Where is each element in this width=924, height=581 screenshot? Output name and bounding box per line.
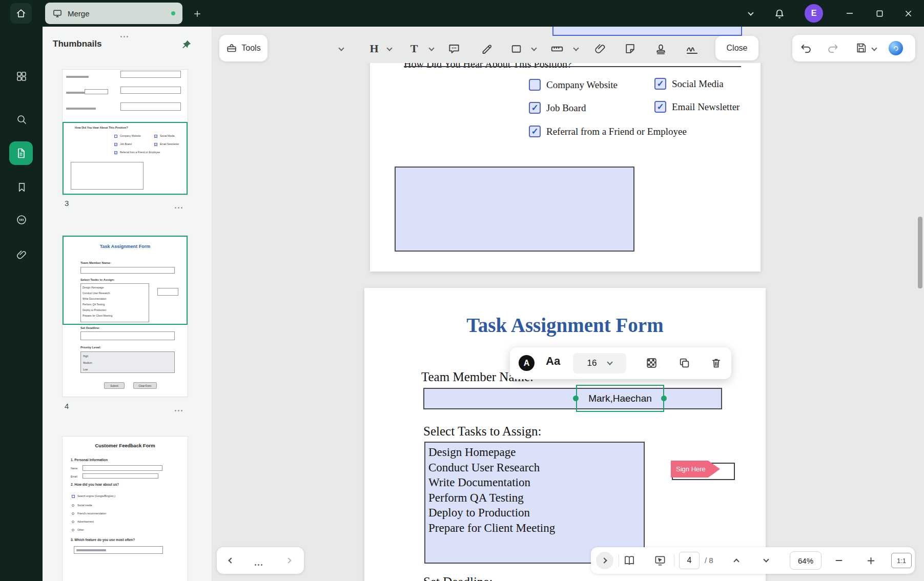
scroll-up-page-button[interactable] xyxy=(730,554,743,567)
redo-button[interactable] xyxy=(826,42,839,55)
expand-bar-button[interactable] xyxy=(596,552,613,569)
scroll-down-page-button[interactable] xyxy=(760,554,772,567)
ai-assistant-button[interactable] xyxy=(889,41,903,55)
minimize-button[interactable] xyxy=(839,3,860,24)
maximize-button[interactable] xyxy=(869,3,890,24)
apps-grid-icon[interactable] xyxy=(11,66,32,87)
checkbox-row[interactable]: Company Website xyxy=(529,79,618,91)
heading-tool-dropdown[interactable] xyxy=(384,38,395,59)
actual-size-button[interactable]: 1:1 xyxy=(891,553,912,568)
zoom-level-box[interactable]: 64% xyxy=(790,551,822,570)
home-button[interactable] xyxy=(10,3,32,24)
thumbnail-page-4[interactable]: Task Assignment Form Team Member Name: S… xyxy=(63,236,188,397)
new-tab-button[interactable] xyxy=(191,7,204,20)
resize-handle-left[interactable] xyxy=(573,396,579,401)
page-nav-pill xyxy=(217,547,304,574)
checkbox-row[interactable]: Social Media xyxy=(654,78,724,90)
status-bar: / 8 64% 1:1 xyxy=(591,547,915,574)
task-item: Deploy to Production xyxy=(428,505,644,521)
text-tool-dropdown[interactable] xyxy=(426,38,437,59)
presentation-mode-icon[interactable] xyxy=(653,554,667,567)
divider xyxy=(619,554,619,567)
checkbox-checked[interactable] xyxy=(529,102,541,114)
tab-title: Merge xyxy=(68,9,166,18)
thumbnail-page-5[interactable]: Customer Feedback Form 1. Personal Infor… xyxy=(63,437,188,581)
heading-tool-button[interactable]: H xyxy=(364,38,384,59)
field-bottom-border-line xyxy=(404,66,741,67)
resize-handle-right[interactable] xyxy=(661,396,667,401)
task-item: Design Homepage xyxy=(428,445,644,460)
notifications-bell-icon[interactable] xyxy=(772,6,787,22)
highlighter-tool-button[interactable] xyxy=(476,38,497,59)
thumbnail-more-options-icon[interactable] xyxy=(174,406,183,415)
text-box-value: Mark,Haechan xyxy=(588,393,652,404)
panel-title: Thumbnails xyxy=(53,39,101,49)
fill-sign-pen-icon[interactable] xyxy=(11,576,32,581)
next-page-button[interactable] xyxy=(282,554,295,567)
zoom-in-button[interactable] xyxy=(865,554,877,567)
thumbnail-more-options-icon[interactable] xyxy=(174,203,183,212)
vertical-scrollbar-thumb[interactable] xyxy=(918,217,922,288)
panel-drag-handle-icon[interactable] xyxy=(119,32,129,41)
signature-tool-button[interactable] xyxy=(682,38,702,59)
checkbox-unchecked[interactable] xyxy=(529,79,541,91)
font-style-button[interactable]: Aa xyxy=(546,355,560,368)
checkbox-checked[interactable] xyxy=(529,126,541,137)
thumbnails-panel: Thumbnails How Did You Hear About This P… xyxy=(43,27,212,581)
undo-button[interactable] xyxy=(799,42,813,55)
viewport-indicator xyxy=(63,122,188,195)
checkbox-checked[interactable] xyxy=(654,101,666,113)
annotations-icon[interactable] xyxy=(11,209,32,231)
checkbox-row[interactable]: Email Newsletter xyxy=(654,101,740,113)
checkbox-row[interactable]: Referral from a Friend or Employee xyxy=(529,126,687,137)
shape-tool-dropdown[interactable] xyxy=(528,38,540,59)
text-tool-button[interactable]: T xyxy=(404,38,424,59)
divider xyxy=(674,554,674,567)
tools-button[interactable]: Tools xyxy=(219,35,268,61)
clipped-form-field[interactable] xyxy=(552,27,742,36)
select-tool-dropdown[interactable] xyxy=(336,38,347,59)
unsaved-indicator-dot xyxy=(171,11,175,15)
zoom-out-button[interactable] xyxy=(833,554,845,567)
sticker-tool-button[interactable] xyxy=(620,38,640,59)
save-dropdown-chevron-icon[interactable] xyxy=(872,46,876,50)
checkbox-checked[interactable] xyxy=(654,78,666,90)
shape-tool-button[interactable] xyxy=(506,38,526,59)
task-item: Conduct User Research xyxy=(428,460,644,475)
thumbnail-page-number: 3 xyxy=(65,199,69,208)
thumbnails-panel-toggle-active[interactable] xyxy=(9,141,33,165)
save-button[interactable] xyxy=(855,42,868,54)
font-color-button[interactable]: A xyxy=(519,355,535,371)
selection-format-toolbar: A Aa 16 xyxy=(510,347,731,379)
previous-page-button[interactable] xyxy=(225,554,237,567)
selected-text-box[interactable]: Mark,Haechan xyxy=(576,385,664,412)
tasks-list-field[interactable]: Design Homepage Conduct User Research Wr… xyxy=(424,442,645,564)
close-button[interactable]: Close xyxy=(715,36,758,60)
duplicate-button[interactable] xyxy=(678,357,691,369)
page-total: / 8 xyxy=(705,556,713,565)
bookmark-icon[interactable] xyxy=(11,176,32,198)
close-window-button[interactable] xyxy=(898,3,918,24)
nav-more-options-icon[interactable] xyxy=(254,560,263,569)
measure-tool-dropdown[interactable] xyxy=(570,38,582,59)
page-number-input[interactable] xyxy=(679,552,700,569)
font-size-select[interactable]: 16 xyxy=(573,353,626,374)
opacity-button[interactable] xyxy=(645,357,658,369)
user-avatar[interactable]: E xyxy=(805,4,823,23)
attachments-icon[interactable] xyxy=(11,244,32,265)
thumbnail-page-3[interactable]: How Did You Hear About This Position? Co… xyxy=(63,70,188,195)
attachment-tool-button[interactable] xyxy=(590,38,610,59)
checkbox-row[interactable]: Job Board xyxy=(529,102,586,114)
search-icon[interactable] xyxy=(11,109,32,130)
monitor-icon xyxy=(52,8,63,18)
pin-panel-icon[interactable] xyxy=(180,38,193,51)
reading-mode-icon[interactable] xyxy=(623,554,636,567)
thumbnail-page-number: 4 xyxy=(65,402,69,410)
collapse-toolbar-chevron[interactable] xyxy=(744,7,757,20)
comment-tool-button[interactable] xyxy=(444,38,464,59)
comments-field[interactable] xyxy=(395,167,634,252)
stamp-tool-button[interactable] xyxy=(650,38,671,59)
document-tab[interactable]: Merge xyxy=(45,3,182,24)
measure-tool-button[interactable] xyxy=(547,38,567,59)
delete-button[interactable] xyxy=(710,357,723,369)
